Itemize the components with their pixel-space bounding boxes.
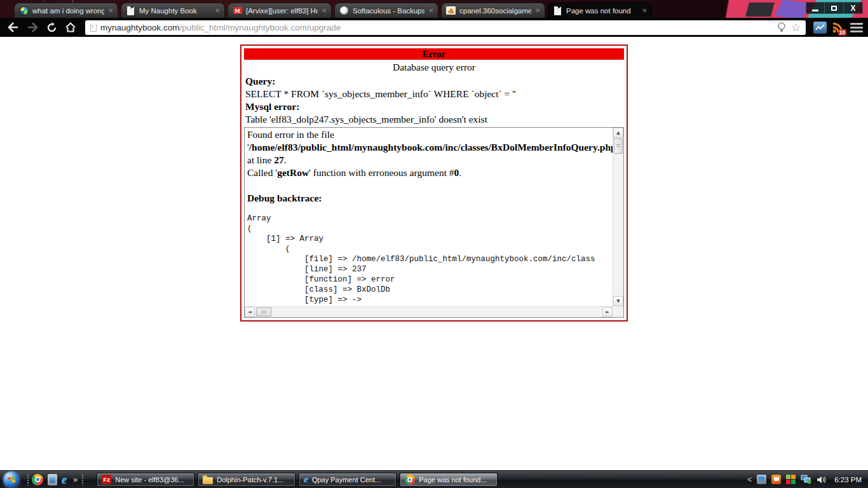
rss-extension-icon[interactable]: 10 [830, 20, 845, 35]
antivirus-tray-icon[interactable] [786, 475, 796, 484]
java-tray-icon[interactable] [771, 475, 781, 484]
tab-close-icon[interactable]: × [322, 6, 327, 15]
quick-launch-overflow-icon[interactable]: » [73, 475, 78, 484]
horizontal-scroll-thumb[interactable] [256, 308, 271, 316]
error-title: Error [244, 48, 624, 60]
start-button[interactable] [3, 471, 20, 488]
back-button[interactable] [5, 20, 22, 35]
chart-extension-icon[interactable] [812, 20, 827, 35]
browser-tab-strip: what am i doing wrong :: B × My Naughty … [0, 0, 868, 18]
chrome-icon [405, 475, 415, 485]
scroll-right-icon[interactable]: ► [602, 307, 613, 317]
network-tray-icon[interactable] [801, 475, 811, 484]
tab-softaculous[interactable]: Softaculous - Backups × [334, 3, 438, 18]
query-text: SELECT * FROM `sys_objects_member_info` … [244, 88, 624, 100]
mysql-error-label: Mysql error: [244, 100, 624, 113]
softaculous-icon [339, 6, 349, 15]
debug-scroll-area: Found error in the file '/home/elf83/pub… [244, 127, 624, 318]
show-hidden-icons-chevron[interactable]: < [747, 475, 752, 484]
wallpaper [745, 3, 775, 17]
window-controls: X [806, 2, 863, 14]
debug-backtrace-label: Debug backtrace: [247, 192, 611, 205]
tab-title: what am i doing wrong :: B [32, 7, 104, 15]
home-button[interactable] [62, 20, 79, 35]
page-icon [90, 24, 97, 32]
page-icon [553, 6, 562, 15]
close-button[interactable]: X [844, 2, 863, 14]
tab-close-icon[interactable]: × [108, 6, 113, 15]
lightbulb-icon[interactable] [777, 22, 786, 33]
page-icon [126, 6, 135, 15]
tab-page-not-found-active[interactable]: Page was not found × [548, 3, 652, 18]
tab-title: Softaculous - Backups [353, 7, 424, 15]
found-error-line: Found error in the file [247, 128, 611, 141]
bookmark-star-icon[interactable]: ☆ [791, 22, 801, 33]
error-dialog: Error Database query error Query: SELECT… [240, 44, 628, 322]
gmail-icon: M [233, 6, 242, 15]
taskbar-button-chrome-active[interactable]: Page was not found... [400, 473, 498, 487]
page-content: Error Database query error Query: SELECT… [0, 37, 868, 470]
filezilla-icon: Fz [102, 475, 111, 484]
internet-explorer-icon[interactable]: e [62, 474, 67, 485]
scroll-up-icon[interactable]: ▲ [613, 128, 623, 138]
tab-cpanel-phpmyadmin[interactable]: PMA cpanel.360socialgamers.co × [441, 3, 545, 18]
system-tray: < 6:23 PM [747, 475, 868, 484]
chrome-icon[interactable] [32, 474, 43, 485]
query-label: Query: [244, 75, 624, 88]
vertical-scroll-thumb[interactable] [614, 139, 623, 154]
tab-close-icon[interactable]: × [428, 6, 433, 15]
forum-icon [19, 6, 29, 15]
restore-button[interactable] [825, 2, 844, 14]
tab-title: My Naughty Book [139, 7, 211, 15]
forward-button[interactable] [24, 20, 41, 35]
reload-button[interactable] [43, 20, 60, 35]
windows-flag-icon [7, 475, 16, 484]
tab-title: cpanel.360socialgamers.co [459, 7, 531, 15]
quick-launch: e » [32, 474, 79, 485]
scrollbar-corner [613, 306, 623, 317]
taskbar: e » Fz New site - elf83@36... Dolphin-Pa… [0, 470, 868, 488]
tab-close-icon[interactable]: × [642, 6, 647, 15]
taskbar-button-filezilla[interactable]: Fz New site - elf83@36... [97, 473, 194, 487]
vertical-scrollbar[interactable]: ▲ ▼ [613, 128, 623, 306]
tab-close-icon[interactable]: × [535, 6, 540, 15]
debug-content: Found error in the file '/home/elf83/pub… [245, 128, 613, 306]
taskbar-clock[interactable]: 6:23 PM [834, 476, 862, 484]
browser-toolbar: mynaughtybook.com/public_html/mynaughtyb… [0, 18, 868, 37]
tab-title: [Arvixe][user: elf83] Hostin [246, 7, 318, 15]
scroll-down-icon[interactable]: ▼ [613, 296, 623, 306]
tab-forum[interactable]: what am i doing wrong :: B × [14, 3, 118, 18]
tab-my-naughty-book[interactable]: My Naughty Book × [121, 3, 225, 18]
tab-title: Page was not found [566, 7, 638, 15]
quick-launch-handle[interactable] [27, 474, 30, 485]
error-line-number: at line 27. [247, 154, 611, 166]
error-subtitle: Database query error [244, 61, 624, 74]
mysql-error-text: Table 'elf83_dolp247.sys_objects_member_… [244, 113, 624, 126]
error-file-path: '/home/elf83/public_html/mynaughtybook.c… [247, 141, 611, 154]
device-tray-icon[interactable] [757, 475, 766, 484]
taskbar-divider-handle[interactable] [81, 474, 85, 485]
internet-explorer-icon: e [304, 475, 308, 484]
media-player-icon[interactable] [48, 474, 57, 485]
chrome-menu-icon[interactable] [850, 23, 863, 32]
taskbar-button-ie[interactable]: e Qpay Payment Cent... [299, 473, 397, 487]
taskbar-button-folder[interactable]: Dolphin-Patch-v.7.1... [198, 473, 295, 487]
task-button-row: Fz New site - elf83@36... Dolphin-Patch-… [97, 473, 498, 487]
tab-close-icon[interactable]: × [215, 6, 220, 15]
folder-icon [203, 477, 213, 484]
desktop: what am i doing wrong :: B × My Naughty … [0, 0, 868, 488]
rss-unread-badge: 10 [838, 29, 846, 36]
scroll-left-icon[interactable]: ◄ [245, 307, 255, 317]
minimize-button[interactable] [806, 2, 825, 14]
backtrace-dump: Array ( [1] => Array ( [file] => /home/e… [247, 214, 611, 306]
volume-tray-icon[interactable] [817, 475, 827, 484]
address-bar[interactable]: mynaughtybook.com/public_html/mynaughtyb… [85, 20, 806, 35]
horizontal-scrollbar[interactable]: ◄ ► [245, 306, 613, 317]
called-function-line: Called 'getRow' function with erroneous … [247, 166, 611, 179]
tab-list: what am i doing wrong :: B × My Naughty … [14, 3, 652, 18]
tab-arvixe-mail[interactable]: M [Arvixe][user: elf83] Hostin × [227, 3, 332, 18]
phpmyadmin-icon: PMA [446, 6, 456, 15]
url-text: mynaughtybook.com/public_html/mynaughtyb… [100, 23, 341, 32]
